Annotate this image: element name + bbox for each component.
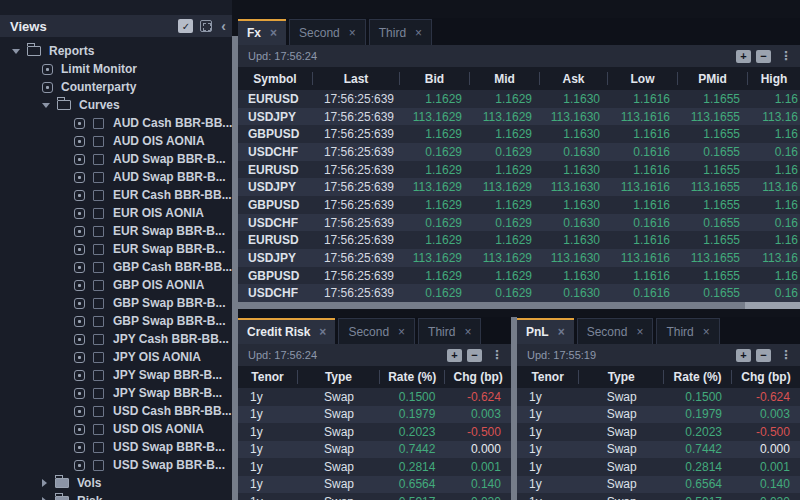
item-checkbox[interactable] <box>93 226 104 237</box>
item-checkbox[interactable] <box>93 280 104 291</box>
tree-item[interactable]: EUR Swap BBR-B... <box>0 240 232 258</box>
column-header[interactable]: Chg (bp) <box>732 370 800 383</box>
minimize-button[interactable]: − <box>756 50 771 63</box>
tree-item[interactable]: Curves <box>0 96 232 114</box>
table-row[interactable]: 1ySwap0.1500-0.624 <box>238 388 511 406</box>
tab-second[interactable]: Second× <box>338 318 415 344</box>
tree-item[interactable]: GBP Swap BBR-B... <box>0 312 232 330</box>
tree-item[interactable]: JPY OIS AONIA <box>0 348 232 366</box>
tree-item[interactable]: JPY Swap BBR-B... <box>0 384 232 402</box>
table-row[interactable]: 1ySwap0.65640.140 <box>238 476 511 494</box>
tab-credit-risk[interactable]: Credit Risk× <box>238 318 335 344</box>
table-row[interactable]: 1ySwap0.74420.000 <box>517 441 800 459</box>
tree-item[interactable]: Risk <box>0 492 232 500</box>
tree-item[interactable]: EUR OIS AONIA <box>0 204 232 222</box>
table-row[interactable]: 1ySwap0.1500-0.624 <box>517 388 800 406</box>
tree-item[interactable]: Limit Monitor <box>0 60 232 78</box>
column-header[interactable]: Chg (bp) <box>445 370 511 383</box>
table-row[interactable]: GBPUSD17:56:25:6391.16291.16291.16301.16… <box>238 267 800 285</box>
tab-close-icon[interactable]: × <box>464 326 471 338</box>
item-checkbox[interactable] <box>93 460 104 471</box>
tab-third[interactable]: Third× <box>418 318 481 344</box>
table-row[interactable]: GBPUSD17:56:25:6391.16291.16291.16301.16… <box>238 196 800 214</box>
table-row[interactable]: EURUSD17:56:25:6391.16291.16291.16301.16… <box>238 231 800 249</box>
item-checkbox[interactable] <box>93 208 104 219</box>
table-row[interactable]: USDJPY17:56:25:639113.1629113.1629113.16… <box>238 249 800 267</box>
tab-close-icon[interactable]: × <box>398 326 405 338</box>
tree-item[interactable]: AUD Swap BBR-B... <box>0 168 232 186</box>
tree-item[interactable]: GBP OIS AONIA <box>0 276 232 294</box>
column-header[interactable]: Symbol <box>238 72 313 86</box>
item-checkbox[interactable] <box>93 316 104 327</box>
tree-item[interactable]: GBP Cash BBR-BB... <box>0 258 232 276</box>
column-header[interactable]: Low <box>608 72 678 86</box>
item-checkbox[interactable] <box>93 262 104 273</box>
tab-third[interactable]: Third× <box>656 318 719 344</box>
tab-pnl[interactable]: PnL× <box>517 318 574 344</box>
column-header[interactable]: Ask <box>540 72 608 86</box>
column-header[interactable]: Tenor <box>238 370 298 383</box>
tab-second[interactable]: Second× <box>577 318 654 344</box>
panel-menu-icon[interactable]: ⋮ <box>780 49 792 63</box>
tab-close-icon[interactable]: × <box>270 27 277 39</box>
table-row[interactable]: USDCHF17:56:25:6390.16290.16290.16300.16… <box>238 284 800 302</box>
maximize-button[interactable]: + <box>447 349 462 362</box>
table-row[interactable]: 1ySwap0.28140.001 <box>517 458 800 476</box>
column-header[interactable]: Type <box>579 370 664 383</box>
maximize-button[interactable]: + <box>736 50 751 63</box>
tab-close-icon[interactable]: × <box>319 326 326 338</box>
item-checkbox[interactable] <box>93 334 104 345</box>
table-row[interactable]: 1ySwap0.65640.140 <box>517 476 800 494</box>
tree-item[interactable]: EUR Cash BBR-BB... <box>0 186 232 204</box>
tree-item[interactable]: Vols <box>0 474 232 492</box>
tree-item[interactable]: Counterparty <box>0 78 232 96</box>
tree-item[interactable]: GBP Swap BBR-B... <box>0 294 232 312</box>
tab-second[interactable]: Second× <box>289 19 366 45</box>
collapse-sidebar-chevron-icon[interactable]: ‹ <box>221 19 226 33</box>
item-checkbox[interactable] <box>93 298 104 309</box>
item-checkbox[interactable] <box>93 154 104 165</box>
column-header[interactable]: Type <box>298 370 380 383</box>
tab-close-icon[interactable]: × <box>636 326 643 338</box>
column-header[interactable]: Last <box>313 72 400 86</box>
tab-fx[interactable]: Fx× <box>238 19 286 45</box>
caret-right-icon[interactable] <box>42 479 47 487</box>
table-row[interactable]: USDCHF17:56:25:6390.16290.16290.16300.16… <box>238 143 800 161</box>
tree-item[interactable]: AUD Cash BBR-BB... <box>0 114 232 132</box>
select-all-checkbox-icon[interactable]: ✓ <box>178 19 193 33</box>
table-row[interactable]: GBPUSD17:56:25:6391.16291.16291.16301.16… <box>238 125 800 143</box>
tree-item[interactable]: Reports <box>0 42 232 60</box>
column-header[interactable]: PMid <box>678 72 748 86</box>
item-checkbox[interactable] <box>93 388 104 399</box>
maximize-button[interactable]: + <box>736 349 751 362</box>
tree-item[interactable]: JPY Cash BBR-BB... <box>0 330 232 348</box>
tree-item[interactable]: JPY Swap BBR-B... <box>0 366 232 384</box>
tree-item[interactable]: EUR Swap BBR-B... <box>0 222 232 240</box>
item-checkbox[interactable] <box>93 172 104 183</box>
item-checkbox[interactable] <box>93 244 104 255</box>
tree-item[interactable]: AUD OIS AONIA <box>0 132 232 150</box>
table-row[interactable]: 1ySwap0.19790.003 <box>517 406 800 424</box>
column-header[interactable]: Rate (%) <box>664 370 732 383</box>
item-checkbox[interactable] <box>93 190 104 201</box>
item-checkbox[interactable] <box>93 370 104 381</box>
minimize-button[interactable]: − <box>467 349 482 362</box>
caret-down-icon[interactable] <box>12 49 20 54</box>
caret-down-icon[interactable] <box>42 103 50 108</box>
item-checkbox[interactable] <box>93 118 104 129</box>
tab-close-icon[interactable]: × <box>558 326 565 338</box>
horizontal-splitter[interactable] <box>238 302 800 309</box>
column-header[interactable]: Mid <box>470 72 540 86</box>
item-checkbox[interactable] <box>93 424 104 435</box>
table-row[interactable]: USDJPY17:56:25:639113.1629113.1629113.16… <box>238 178 800 196</box>
table-row[interactable]: 1ySwap0.2023-0.500 <box>517 423 800 441</box>
tab-third[interactable]: Third× <box>369 19 432 45</box>
table-row[interactable]: 1ySwap0.59170.020 <box>238 493 511 500</box>
table-row[interactable]: EURUSD17:56:25:6391.16291.16291.16301.16… <box>238 161 800 179</box>
panel-menu-icon[interactable]: ⋮ <box>780 348 792 362</box>
tree-item[interactable]: USD Swap BBR-B... <box>0 438 232 456</box>
table-row[interactable]: EURUSD17:56:25:6391.16291.16291.16301.16… <box>238 90 800 108</box>
column-header[interactable]: High <box>748 72 800 86</box>
multi-select-icon[interactable] <box>200 20 212 32</box>
table-row[interactable]: 1ySwap0.19790.003 <box>238 406 511 424</box>
